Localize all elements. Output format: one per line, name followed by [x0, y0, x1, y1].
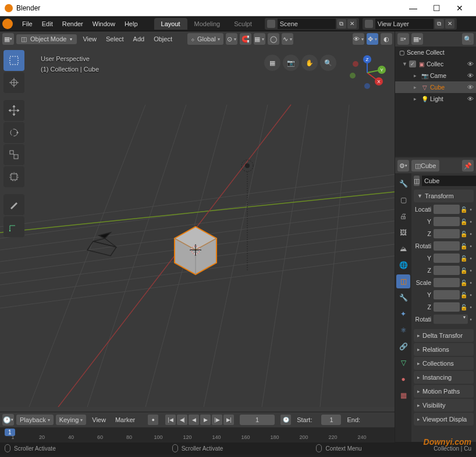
outliner-light-row[interactable]: ▸ 💡 Light 👁 — [395, 93, 476, 105]
scene-name-field[interactable] — [278, 19, 336, 29]
pin-button[interactable]: 📌 — [462, 160, 474, 172]
tool-annotate[interactable] — [3, 194, 24, 215]
tool-rotate[interactable] — [3, 122, 24, 143]
gizmo-toggle[interactable]: ✥ — [367, 33, 378, 45]
jump-prev-key-button[interactable]: ◀| — [177, 415, 187, 425]
tab-object[interactable]: ◫ — [396, 274, 410, 288]
outliner-display-mode[interactable]: ▦▾ — [411, 33, 423, 45]
mode-selector[interactable]: ◫ Object Mode ▾ — [16, 34, 77, 44]
menu-help[interactable]: Help — [120, 20, 143, 27]
viewlayer-name-field[interactable] — [375, 19, 434, 29]
rotation-z-field[interactable] — [434, 266, 460, 275]
visibility-toggle[interactable]: 👁 — [467, 60, 474, 67]
visibility-button[interactable]: 👁 — [353, 33, 364, 45]
collections-panel[interactable]: ▸Collections — [414, 357, 474, 370]
tab-texture[interactable]: ▦ — [396, 388, 410, 402]
lock-icon[interactable]: 🔓 — [460, 206, 468, 213]
viewport-menu-select[interactable]: Select — [102, 35, 127, 42]
rotation-mode-dropdown[interactable]: ▾ — [434, 315, 468, 324]
tab-layout[interactable]: Layout — [154, 18, 187, 30]
pivot-button[interactable]: ⊙ — [226, 33, 237, 45]
snap-options[interactable]: ▦ — [254, 33, 265, 45]
tool-cursor[interactable] — [3, 72, 24, 93]
tab-scene[interactable]: ⛰ — [396, 242, 410, 256]
editor-type-button[interactable]: ▦▾ — [2, 33, 14, 45]
tab-tool[interactable]: 🔧 — [396, 177, 410, 191]
rotation-x-field[interactable] — [434, 241, 460, 251]
pan-button[interactable]: ✋ — [301, 55, 318, 71]
current-frame-field[interactable]: 1 — [240, 415, 275, 425]
viewport-display-panel[interactable]: ▸Viewport Displa — [414, 413, 474, 426]
rotation-y-field[interactable] — [434, 254, 460, 263]
viewport-menu-object[interactable]: Object — [150, 35, 176, 42]
tab-physics[interactable]: ⚛ — [396, 323, 410, 337]
motion-paths-panel[interactable]: ▸Motion Paths — [414, 385, 474, 398]
tool-move[interactable] — [3, 100, 24, 121]
viewport-menu-add[interactable]: Add — [130, 35, 148, 42]
preview-range-button[interactable]: 🕐 — [280, 415, 291, 425]
tab-render[interactable]: ▢ — [396, 193, 410, 207]
tool-measure[interactable] — [3, 216, 24, 237]
delta-transform-panel[interactable]: ▸Delta Transfor — [414, 329, 474, 342]
location-y-field[interactable] — [434, 217, 460, 226]
jump-end-button[interactable]: ▶| — [223, 415, 234, 425]
timeline-editor-type[interactable]: 🕐▾ — [2, 414, 14, 426]
toggle-camera-button[interactable]: 📷 — [283, 55, 299, 71]
minimize-button[interactable]: — — [402, 0, 425, 16]
maximize-button[interactable]: ☐ — [425, 0, 448, 16]
playback-menu[interactable]: Playback — [16, 415, 54, 425]
orientation-selector[interactable]: ⬦Global — [187, 33, 223, 45]
outliner-editor-type[interactable]: ≡▾ — [397, 33, 409, 45]
scale-z-field[interactable] — [434, 302, 460, 312]
tab-constraints[interactable]: 🔗 — [396, 340, 410, 354]
tab-data[interactable]: ▽ — [396, 356, 410, 370]
blender-icon[interactable] — [2, 19, 13, 29]
scale-x-field[interactable] — [434, 278, 460, 287]
overlay-toggle[interactable]: ◐ — [381, 33, 392, 45]
expand-icon[interactable]: ▸ — [414, 73, 420, 78]
menu-render[interactable]: Render — [58, 20, 88, 27]
play-reverse-button[interactable]: ◀ — [189, 415, 199, 425]
tab-particles[interactable]: ✦ — [396, 307, 410, 321]
tab-modifiers[interactable]: 🔧 — [396, 291, 410, 305]
autokey-toggle[interactable]: ● — [148, 415, 158, 425]
transform-panel-header[interactable]: ▼Transform — [414, 190, 474, 202]
outliner-tree[interactable]: ▢ Scene Collect ▼ ✓ ▣ Collec 👁 ▸ 📷 Came … — [395, 47, 476, 157]
properties-editor-type[interactable]: ⚙▾ — [397, 160, 409, 172]
play-button[interactable]: ▶ — [200, 415, 211, 425]
new-layer-button[interactable]: ⧉ — [435, 19, 444, 28]
visibility-toggle[interactable]: 👁 — [467, 84, 474, 91]
expand-icon[interactable]: ▸ — [414, 96, 420, 102]
snap-toggle[interactable]: 🧲 — [240, 33, 251, 45]
proportional-edit-toggle[interactable]: ◯ — [268, 33, 279, 45]
jump-next-key-button[interactable]: |▶ — [212, 415, 222, 425]
outliner-cube-row[interactable]: ▸ ▽ Cube 👁 — [395, 81, 476, 93]
object-name-field[interactable] — [422, 176, 476, 186]
properties-breadcrumb[interactable]: ◫ Cube — [411, 160, 439, 172]
scene-selector[interactable]: ⧉ ✕ — [265, 18, 359, 30]
tool-scale[interactable] — [3, 144, 24, 165]
expand-icon[interactable]: ▸ — [414, 84, 420, 90]
timeline-marker-menu[interactable]: Marker — [112, 416, 138, 423]
camera-view-button[interactable]: ▦ — [264, 55, 280, 71]
menu-window[interactable]: Window — [88, 20, 120, 27]
expand-icon[interactable]: ▼ — [402, 61, 408, 67]
timeline-view-menu[interactable]: View — [88, 416, 109, 423]
menu-file[interactable]: File — [17, 20, 37, 27]
tab-output[interactable]: 🖨 — [396, 209, 410, 223]
tab-viewlayer[interactable]: 🖼 — [396, 226, 410, 240]
visibility-panel[interactable]: ▸Visibility — [414, 399, 474, 412]
delete-scene-button[interactable]: ✕ — [347, 19, 357, 28]
outliner-collection-row[interactable]: ▼ ✓ ▣ Collec 👁 — [395, 58, 476, 70]
delete-layer-button[interactable]: ✕ — [445, 19, 454, 28]
close-button[interactable]: ✕ — [448, 0, 471, 16]
collection-checkbox[interactable]: ✓ — [409, 60, 416, 67]
new-scene-button[interactable]: ⧉ — [337, 19, 346, 28]
navigation-gizmo[interactable]: X Y Z — [347, 52, 388, 93]
location-x-field[interactable] — [434, 205, 460, 214]
tab-sculpt[interactable]: Sculpt — [227, 18, 259, 30]
visibility-toggle[interactable]: 👁 — [467, 95, 474, 102]
scale-y-field[interactable] — [434, 290, 460, 299]
keying-menu[interactable]: Keying — [56, 415, 87, 425]
tool-transform[interactable] — [3, 166, 24, 187]
